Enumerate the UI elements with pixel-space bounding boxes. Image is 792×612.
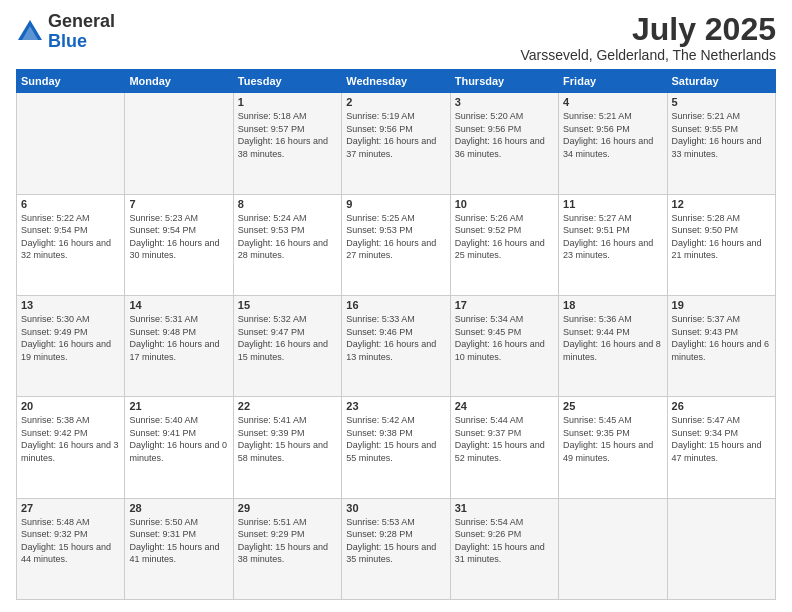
day-number: 6 (21, 198, 120, 210)
calendar-day-header: Tuesday (233, 70, 341, 93)
day-info: Sunrise: 5:54 AM Sunset: 9:26 PM Dayligh… (455, 516, 554, 566)
logo-blue: Blue (48, 31, 87, 51)
calendar-cell: 28Sunrise: 5:50 AM Sunset: 9:31 PM Dayli… (125, 498, 233, 599)
calendar-cell: 7Sunrise: 5:23 AM Sunset: 9:54 PM Daylig… (125, 194, 233, 295)
day-info: Sunrise: 5:21 AM Sunset: 9:55 PM Dayligh… (672, 110, 771, 160)
day-number: 25 (563, 400, 662, 412)
calendar-day-header: Thursday (450, 70, 558, 93)
logo-text: General Blue (48, 12, 115, 52)
calendar-day-header: Monday (125, 70, 233, 93)
day-info: Sunrise: 5:42 AM Sunset: 9:38 PM Dayligh… (346, 414, 445, 464)
calendar-day-header: Saturday (667, 70, 775, 93)
day-info: Sunrise: 5:27 AM Sunset: 9:51 PM Dayligh… (563, 212, 662, 262)
day-number: 28 (129, 502, 228, 514)
day-number: 31 (455, 502, 554, 514)
day-info: Sunrise: 5:32 AM Sunset: 9:47 PM Dayligh… (238, 313, 337, 363)
day-number: 1 (238, 96, 337, 108)
calendar-cell: 24Sunrise: 5:44 AM Sunset: 9:37 PM Dayli… (450, 397, 558, 498)
logo-general: General (48, 11, 115, 31)
logo-icon (16, 18, 44, 46)
day-info: Sunrise: 5:45 AM Sunset: 9:35 PM Dayligh… (563, 414, 662, 464)
page: General Blue July 2025 Varsseveld, Gelde… (0, 0, 792, 612)
day-number: 18 (563, 299, 662, 311)
day-info: Sunrise: 5:23 AM Sunset: 9:54 PM Dayligh… (129, 212, 228, 262)
calendar-cell: 5Sunrise: 5:21 AM Sunset: 9:55 PM Daylig… (667, 93, 775, 194)
calendar-cell: 29Sunrise: 5:51 AM Sunset: 9:29 PM Dayli… (233, 498, 341, 599)
day-number: 21 (129, 400, 228, 412)
calendar-cell: 1Sunrise: 5:18 AM Sunset: 9:57 PM Daylig… (233, 93, 341, 194)
day-number: 27 (21, 502, 120, 514)
calendar-cell: 27Sunrise: 5:48 AM Sunset: 9:32 PM Dayli… (17, 498, 125, 599)
day-number: 14 (129, 299, 228, 311)
calendar-day-header: Wednesday (342, 70, 450, 93)
day-info: Sunrise: 5:33 AM Sunset: 9:46 PM Dayligh… (346, 313, 445, 363)
day-number: 30 (346, 502, 445, 514)
day-info: Sunrise: 5:47 AM Sunset: 9:34 PM Dayligh… (672, 414, 771, 464)
calendar-cell: 2Sunrise: 5:19 AM Sunset: 9:56 PM Daylig… (342, 93, 450, 194)
day-number: 23 (346, 400, 445, 412)
calendar-cell: 15Sunrise: 5:32 AM Sunset: 9:47 PM Dayli… (233, 295, 341, 396)
main-title: July 2025 (520, 12, 776, 47)
day-info: Sunrise: 5:38 AM Sunset: 9:42 PM Dayligh… (21, 414, 120, 464)
calendar-cell: 10Sunrise: 5:26 AM Sunset: 9:52 PM Dayli… (450, 194, 558, 295)
day-info: Sunrise: 5:36 AM Sunset: 9:44 PM Dayligh… (563, 313, 662, 363)
day-number: 20 (21, 400, 120, 412)
header: General Blue July 2025 Varsseveld, Gelde… (16, 12, 776, 63)
day-info: Sunrise: 5:22 AM Sunset: 9:54 PM Dayligh… (21, 212, 120, 262)
day-info: Sunrise: 5:34 AM Sunset: 9:45 PM Dayligh… (455, 313, 554, 363)
day-info: Sunrise: 5:37 AM Sunset: 9:43 PM Dayligh… (672, 313, 771, 363)
day-number: 4 (563, 96, 662, 108)
day-number: 13 (21, 299, 120, 311)
calendar-day-header: Sunday (17, 70, 125, 93)
day-info: Sunrise: 5:51 AM Sunset: 9:29 PM Dayligh… (238, 516, 337, 566)
day-info: Sunrise: 5:30 AM Sunset: 9:49 PM Dayligh… (21, 313, 120, 363)
day-number: 29 (238, 502, 337, 514)
day-number: 19 (672, 299, 771, 311)
calendar-cell (667, 498, 775, 599)
calendar-cell: 22Sunrise: 5:41 AM Sunset: 9:39 PM Dayli… (233, 397, 341, 498)
calendar-day-header: Friday (559, 70, 667, 93)
calendar-cell: 26Sunrise: 5:47 AM Sunset: 9:34 PM Dayli… (667, 397, 775, 498)
day-number: 2 (346, 96, 445, 108)
day-number: 5 (672, 96, 771, 108)
calendar-cell: 6Sunrise: 5:22 AM Sunset: 9:54 PM Daylig… (17, 194, 125, 295)
day-number: 10 (455, 198, 554, 210)
calendar-header-row: SundayMondayTuesdayWednesdayThursdayFrid… (17, 70, 776, 93)
calendar-cell: 11Sunrise: 5:27 AM Sunset: 9:51 PM Dayli… (559, 194, 667, 295)
title-block: July 2025 Varsseveld, Gelderland, The Ne… (520, 12, 776, 63)
day-number: 9 (346, 198, 445, 210)
calendar-cell: 18Sunrise: 5:36 AM Sunset: 9:44 PM Dayli… (559, 295, 667, 396)
calendar-cell (17, 93, 125, 194)
calendar-cell: 23Sunrise: 5:42 AM Sunset: 9:38 PM Dayli… (342, 397, 450, 498)
calendar-week-row: 1Sunrise: 5:18 AM Sunset: 9:57 PM Daylig… (17, 93, 776, 194)
day-info: Sunrise: 5:31 AM Sunset: 9:48 PM Dayligh… (129, 313, 228, 363)
calendar-week-row: 6Sunrise: 5:22 AM Sunset: 9:54 PM Daylig… (17, 194, 776, 295)
calendar-cell: 14Sunrise: 5:31 AM Sunset: 9:48 PM Dayli… (125, 295, 233, 396)
calendar-cell (125, 93, 233, 194)
calendar-cell: 30Sunrise: 5:53 AM Sunset: 9:28 PM Dayli… (342, 498, 450, 599)
day-info: Sunrise: 5:26 AM Sunset: 9:52 PM Dayligh… (455, 212, 554, 262)
calendar-cell: 4Sunrise: 5:21 AM Sunset: 9:56 PM Daylig… (559, 93, 667, 194)
calendar-cell: 17Sunrise: 5:34 AM Sunset: 9:45 PM Dayli… (450, 295, 558, 396)
calendar-cell: 8Sunrise: 5:24 AM Sunset: 9:53 PM Daylig… (233, 194, 341, 295)
day-info: Sunrise: 5:25 AM Sunset: 9:53 PM Dayligh… (346, 212, 445, 262)
day-info: Sunrise: 5:48 AM Sunset: 9:32 PM Dayligh… (21, 516, 120, 566)
calendar-cell: 12Sunrise: 5:28 AM Sunset: 9:50 PM Dayli… (667, 194, 775, 295)
calendar-cell: 20Sunrise: 5:38 AM Sunset: 9:42 PM Dayli… (17, 397, 125, 498)
calendar-week-row: 13Sunrise: 5:30 AM Sunset: 9:49 PM Dayli… (17, 295, 776, 396)
calendar-cell: 21Sunrise: 5:40 AM Sunset: 9:41 PM Dayli… (125, 397, 233, 498)
day-number: 12 (672, 198, 771, 210)
day-number: 8 (238, 198, 337, 210)
calendar-week-row: 27Sunrise: 5:48 AM Sunset: 9:32 PM Dayli… (17, 498, 776, 599)
calendar-cell: 19Sunrise: 5:37 AM Sunset: 9:43 PM Dayli… (667, 295, 775, 396)
day-number: 24 (455, 400, 554, 412)
subtitle: Varsseveld, Gelderland, The Netherlands (520, 47, 776, 63)
day-info: Sunrise: 5:53 AM Sunset: 9:28 PM Dayligh… (346, 516, 445, 566)
day-number: 11 (563, 198, 662, 210)
day-number: 15 (238, 299, 337, 311)
calendar-cell: 31Sunrise: 5:54 AM Sunset: 9:26 PM Dayli… (450, 498, 558, 599)
day-info: Sunrise: 5:20 AM Sunset: 9:56 PM Dayligh… (455, 110, 554, 160)
calendar-week-row: 20Sunrise: 5:38 AM Sunset: 9:42 PM Dayli… (17, 397, 776, 498)
calendar-cell: 16Sunrise: 5:33 AM Sunset: 9:46 PM Dayli… (342, 295, 450, 396)
calendar-cell: 3Sunrise: 5:20 AM Sunset: 9:56 PM Daylig… (450, 93, 558, 194)
